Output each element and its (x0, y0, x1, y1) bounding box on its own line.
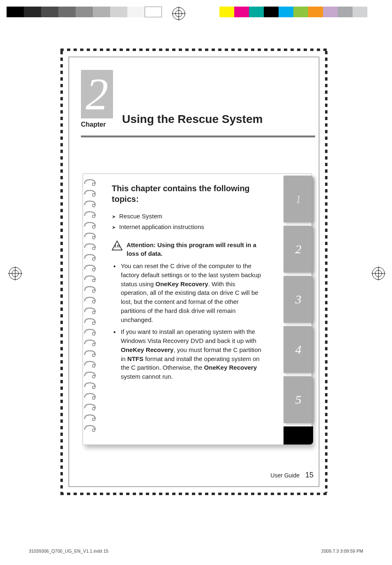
side-tabs: 12345 (284, 174, 313, 445)
spiral-ring-icon (84, 296, 96, 305)
spiral-ring-icon (84, 317, 96, 326)
footer-page-number: 15 (305, 471, 314, 479)
svg-point-33 (92, 408, 95, 410)
spiral-ring-icon (84, 232, 96, 241)
spiral-ring-icon (84, 360, 96, 369)
svg-point-22 (92, 290, 95, 292)
svg-point-29 (92, 365, 95, 367)
topic-item: Internet application instructions (112, 222, 263, 232)
chapter-title: Using the Rescue System (122, 113, 263, 126)
notepad-panel-wrap: This chapter contains the following topi… (83, 174, 312, 445)
panel-content: This chapter contains the following topi… (112, 183, 263, 437)
grayscale-strip (7, 7, 162, 17)
attention-icon (112, 241, 122, 253)
svg-point-32 (92, 397, 95, 399)
spiral-ring-icon (84, 328, 96, 337)
attention-text: Attention: Using this program will resul… (127, 241, 263, 259)
svg-marker-36 (112, 241, 122, 250)
color-strip (219, 7, 367, 17)
svg-point-34 (92, 418, 95, 421)
svg-point-16 (92, 226, 95, 228)
registration-mark-top (172, 7, 186, 21)
svg-point-13 (92, 194, 95, 196)
spiral-ring-icon (84, 253, 96, 262)
svg-point-28 (92, 354, 95, 357)
print-sheet: 2 Chapter Using the Rescue System This c… (0, 0, 392, 565)
page-footer: User Guide 15 (270, 471, 314, 479)
registration-mark-left (8, 266, 22, 280)
bullet-item: You can reset the C drive of the compute… (112, 262, 263, 324)
registration-mark-right (371, 266, 385, 280)
svg-point-20 (92, 269, 95, 271)
imprint-line: 31039306_Q700_UG_EN_V1.1.indd 15 2009.7.… (29, 549, 363, 553)
svg-point-30 (92, 375, 95, 378)
svg-point-21 (92, 279, 95, 282)
side-tab-3: 3 (284, 276, 313, 323)
svg-point-27 (92, 343, 95, 346)
svg-point-26 (92, 333, 95, 335)
svg-point-18 (92, 247, 95, 250)
imprint-datetime: 2009.7.3 3:09:59 PM (321, 549, 363, 553)
svg-point-15 (92, 215, 95, 218)
svg-point-35 (92, 429, 95, 431)
attention-row: Attention: Using this program will resul… (112, 241, 263, 259)
manual-page: 2 Chapter Using the Rescue System This c… (60, 49, 327, 495)
svg-point-17 (92, 236, 95, 239)
bullet-list: You can reset the C drive of the compute… (112, 262, 263, 381)
spiral-ring-icon (84, 199, 96, 208)
spiral-ring-icon (84, 274, 96, 283)
bullet-item: If you want to install an operating syst… (112, 327, 263, 381)
side-tab-4: 4 (284, 326, 313, 373)
svg-point-24 (92, 311, 95, 314)
spiral-ring-icon (84, 210, 96, 219)
side-tab-1: 1 (284, 176, 313, 222)
spiral-ring-icon (84, 178, 96, 187)
spiral-ring-icon (84, 189, 96, 198)
spiral-ring-icon (84, 403, 96, 412)
print-calibration-bars (0, 7, 392, 20)
svg-point-31 (92, 386, 95, 389)
spiral-ring-icon (84, 242, 96, 251)
side-tab-2: 2 (284, 226, 313, 273)
side-tabs-cap (284, 426, 313, 445)
svg-point-12 (92, 183, 95, 185)
svg-point-19 (92, 258, 95, 260)
spiral-ring-icon (84, 306, 96, 315)
svg-point-14 (92, 204, 95, 207)
notepad-panel: This chapter contains the following topi… (83, 174, 312, 445)
spiral-ring-icon (84, 392, 96, 401)
spiral-ring-icon (84, 221, 96, 230)
chapter-number-box: 2 (81, 70, 113, 118)
chapter-label: Chapter (81, 121, 122, 128)
footer-label: User Guide (270, 472, 300, 479)
spiral-ring-icon (84, 381, 96, 390)
chapter-divider (81, 136, 315, 137)
spiral-ring-icon (84, 370, 96, 380)
topic-list: Rescue SystemInternet application instru… (112, 212, 263, 232)
spiral-ring-icon (84, 424, 96, 433)
chapter-block: 2 Chapter (81, 70, 122, 128)
svg-point-25 (92, 322, 95, 324)
topic-item: Rescue System (112, 212, 263, 221)
chapter-number: 2 (86, 72, 108, 117)
panel-heading: This chapter contains the following topi… (112, 183, 263, 204)
spiral-ring-icon (84, 264, 96, 273)
spiral-ring-icon (84, 338, 96, 347)
spiral-ring-icon (84, 285, 96, 294)
spiral-ring-icon (84, 349, 96, 358)
svg-point-23 (92, 301, 95, 303)
side-tab-5: 5 (284, 376, 313, 423)
imprint-file: 31039306_Q700_UG_EN_V1.1.indd 15 (29, 549, 108, 553)
spiral-ring-icon (84, 413, 96, 422)
spiral-binding (83, 178, 99, 440)
